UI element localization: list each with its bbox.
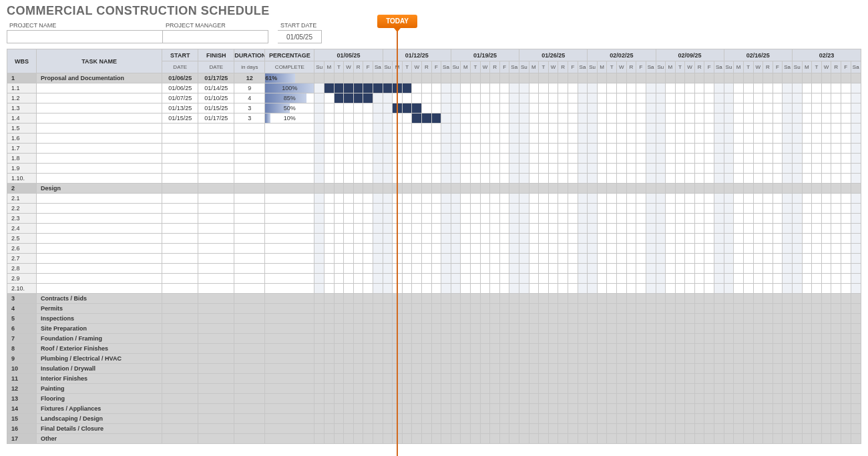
- day-header: Sa: [441, 61, 451, 73]
- day-header: T: [471, 61, 481, 73]
- gantt-bar-cell[interactable]: [431, 113, 441, 124]
- week-header: 02/09/25: [656, 49, 724, 61]
- phase-row[interactable]: 9Plumbing / Electrical / HVAC: [7, 354, 861, 364]
- task-row[interactable]: 1.101/06/2501/14/259100%: [7, 83, 861, 93]
- project-name-input[interactable]: [7, 30, 163, 43]
- phase-row[interactable]: 4Permits: [7, 304, 861, 314]
- gantt-bar-cell[interactable]: [402, 103, 412, 113]
- day-header: Sa: [646, 61, 656, 73]
- day-header: W: [685, 61, 695, 73]
- phase-row[interactable]: 3Contracts / Bids: [7, 294, 861, 304]
- day-header: W: [821, 61, 831, 73]
- gantt-bar-cell[interactable]: [334, 83, 344, 93]
- week-header: 02/02/25: [588, 49, 656, 61]
- task-row[interactable]: 1.8: [7, 154, 861, 164]
- gantt-bar-cell[interactable]: [363, 93, 373, 103]
- task-row[interactable]: 1.201/07/2501/10/25485%: [7, 93, 861, 103]
- task-row[interactable]: 1.10.: [7, 174, 861, 184]
- task-row[interactable]: 2.5: [7, 234, 861, 244]
- gantt-bar-cell[interactable]: [412, 113, 422, 124]
- day-header: F: [841, 61, 851, 73]
- phase-row[interactable]: 14Fixtures / Appliances: [7, 404, 861, 414]
- day-header: R: [626, 61, 636, 73]
- day-header: R: [422, 61, 432, 73]
- week-header: 01/26/25: [519, 49, 588, 61]
- phase-row[interactable]: 11Interior Finishes: [7, 374, 861, 384]
- gantt-bar-cell[interactable]: [324, 83, 335, 93]
- day-header: F: [568, 61, 578, 73]
- day-header: T: [743, 61, 753, 73]
- gantt-bar-cell[interactable]: [353, 93, 363, 103]
- phase-row[interactable]: 2Design: [7, 184, 861, 194]
- week-header: 01/05/25: [314, 49, 383, 61]
- task-row[interactable]: 1.401/15/2501/17/25310%: [7, 113, 861, 124]
- gantt-bar-cell[interactable]: [383, 83, 393, 93]
- day-header: Sa: [578, 61, 588, 73]
- task-row[interactable]: 2.2: [7, 204, 861, 214]
- phase-row[interactable]: 16Final Details / Closure: [7, 424, 861, 434]
- task-row[interactable]: 2.3: [7, 214, 861, 224]
- task-row[interactable]: 1.7: [7, 144, 861, 154]
- gantt-bar-cell[interactable]: [334, 93, 344, 103]
- phase-row[interactable]: 7Foundation / Framing: [7, 334, 861, 344]
- gantt-bar-cell[interactable]: [412, 103, 422, 113]
- day-header: Su: [792, 61, 802, 73]
- day-header: M: [461, 61, 471, 73]
- gantt-bar-cell[interactable]: [344, 93, 354, 103]
- day-header: W: [753, 61, 763, 73]
- task-row[interactable]: 2.7: [7, 254, 861, 264]
- task-row[interactable]: 1.5: [7, 124, 861, 134]
- day-header: T: [607, 61, 617, 73]
- phase-row[interactable]: 10Insulation / Drywall: [7, 364, 861, 374]
- phase-row[interactable]: 8Roof / Exterior Finishes: [7, 344, 861, 354]
- day-header: F: [773, 61, 783, 73]
- task-row[interactable]: 2.4: [7, 224, 861, 234]
- day-header: W: [412, 61, 422, 73]
- day-header: R: [490, 61, 500, 73]
- day-header: R: [831, 61, 841, 73]
- day-header: R: [763, 61, 773, 73]
- day-header: R: [353, 61, 363, 73]
- gantt-bar-cell[interactable]: [363, 83, 373, 93]
- day-header: W: [617, 61, 627, 73]
- day-header: R: [694, 61, 704, 73]
- day-header: W: [480, 61, 490, 73]
- phase-row[interactable]: 13Flooring: [7, 394, 861, 404]
- col-pct: PERCENTAGE: [265, 49, 314, 61]
- day-header: M: [597, 61, 607, 73]
- project-manager-label: PROJECT MANAGER: [163, 21, 268, 30]
- day-header: M: [734, 61, 744, 73]
- task-row[interactable]: 1.9: [7, 164, 861, 174]
- task-row[interactable]: 1.6: [7, 134, 861, 144]
- start-date-input[interactable]: [278, 30, 322, 43]
- phase-row[interactable]: 1Proposal and Documentation01/06/2501/17…: [7, 73, 861, 83]
- day-header: T: [539, 61, 549, 73]
- task-row[interactable]: 2.1: [7, 194, 861, 204]
- gantt-bar-cell[interactable]: [344, 83, 354, 93]
- phase-row[interactable]: 6Site Preparation: [7, 324, 861, 334]
- phase-row[interactable]: 5Inspections: [7, 314, 861, 324]
- day-header: M: [802, 61, 812, 73]
- project-manager-input[interactable]: [163, 30, 268, 43]
- day-header: Su: [519, 61, 529, 73]
- day-header: Sa: [851, 61, 861, 73]
- task-row[interactable]: 2.9: [7, 274, 861, 284]
- task-row[interactable]: 2.6: [7, 244, 861, 254]
- gantt-bar-cell[interactable]: [353, 83, 363, 93]
- week-header: 01/19/25: [451, 49, 519, 61]
- phase-row[interactable]: 17Other: [7, 434, 861, 444]
- day-header: Sa: [783, 61, 793, 73]
- gantt-bar-cell[interactable]: [422, 113, 432, 124]
- col-start: START: [162, 49, 198, 61]
- phase-row[interactable]: 12Painting: [7, 384, 861, 394]
- task-row[interactable]: 2.10.: [7, 284, 861, 294]
- day-header: Su: [588, 61, 598, 73]
- task-row[interactable]: 1.301/13/2501/15/25350%: [7, 103, 861, 113]
- day-header: W: [344, 61, 354, 73]
- day-header: Su: [656, 61, 666, 73]
- day-header: Su: [314, 61, 324, 73]
- gantt-bar-cell[interactable]: [373, 83, 383, 93]
- gantt-bar-cell[interactable]: [402, 83, 412, 93]
- phase-row[interactable]: 15Landscaping / Design: [7, 414, 861, 424]
- task-row[interactable]: 2.8: [7, 264, 861, 274]
